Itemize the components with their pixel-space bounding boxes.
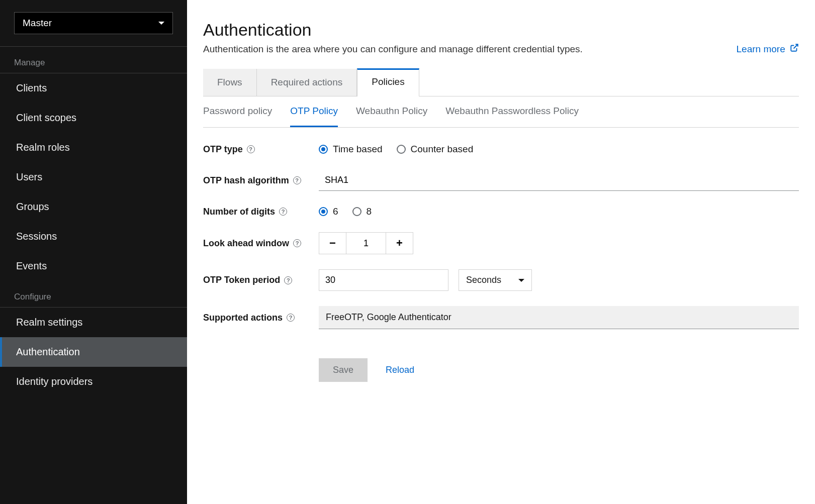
token-period-input[interactable] (319, 269, 448, 291)
row-supported-actions: Supported actions ? FreeOTP, Google Auth… (203, 306, 799, 329)
radio-icon (397, 145, 406, 154)
realm-selector[interactable]: Master (14, 12, 173, 34)
subtab-webauthn-passwordless[interactable]: Webauthn Passwordless Policy (445, 96, 579, 127)
help-icon[interactable]: ? (284, 276, 292, 284)
label-hash-algo: OTP hash algorithm (203, 175, 289, 186)
reload-button[interactable]: Reload (386, 365, 414, 375)
minus-icon: − (329, 237, 336, 250)
hash-algo-select[interactable] (319, 170, 799, 191)
radio-digits-6[interactable]: 6 (319, 206, 338, 217)
radio-digits-8[interactable]: 8 (352, 206, 372, 217)
page-title: Authentication (203, 20, 583, 40)
subtab-otp-policy[interactable]: OTP Policy (290, 96, 338, 127)
learn-more-link[interactable]: Learn more (737, 43, 799, 55)
label-supported-actions: Supported actions (203, 313, 283, 323)
label-otp-type: OTP type (203, 144, 243, 155)
supported-actions-value: FreeOTP, Google Authenticator (319, 306, 799, 329)
row-look-ahead: Look ahead window ? − + (203, 232, 799, 254)
tab-policies[interactable]: Policies (357, 68, 419, 96)
unit-label: Seconds (466, 275, 501, 285)
chevron-down-icon (158, 22, 164, 25)
nav-section-manage: Manage (0, 47, 187, 73)
row-otp-type: OTP type ? Time based Counter based (203, 144, 799, 155)
tabs-secondary: Password policy OTP Policy Webauthn Poli… (203, 96, 799, 128)
chevron-down-icon (518, 279, 524, 282)
sidebar-item-realm-settings[interactable]: Realm settings (0, 308, 187, 337)
label-digits: Number of digits (203, 207, 275, 217)
stepper-minus-button[interactable]: − (319, 233, 346, 254)
sidebar-item-events[interactable]: Events (0, 251, 187, 281)
learn-more-label: Learn more (737, 44, 785, 54)
page-header: Authentication Authentication is the are… (203, 20, 799, 55)
sidebar-item-authentication[interactable]: Authentication (0, 337, 187, 367)
radio-label: Time based (333, 144, 383, 155)
form-actions: Save Reload (319, 358, 799, 382)
page-description: Authentication is the area where you can… (203, 44, 583, 55)
tab-flows[interactable]: Flows (203, 69, 257, 96)
plus-icon: + (396, 237, 403, 250)
row-hash-algo: OTP hash algorithm ? (203, 170, 799, 191)
look-ahead-input[interactable] (346, 233, 386, 254)
stepper-plus-button[interactable]: + (386, 233, 413, 254)
save-button[interactable]: Save (319, 358, 368, 382)
realm-selector-label: Master (23, 18, 52, 29)
tab-required-actions[interactable]: Required actions (257, 69, 357, 96)
sidebar-item-sessions[interactable]: Sessions (0, 222, 187, 251)
sidebar-item-groups[interactable]: Groups (0, 192, 187, 222)
label-token-period: OTP Token period (203, 275, 280, 285)
help-icon[interactable]: ? (247, 145, 255, 153)
token-period-unit-select[interactable]: Seconds (459, 269, 532, 291)
look-ahead-stepper: − + (319, 232, 413, 254)
row-token-period: OTP Token period ? Seconds (203, 269, 799, 291)
row-digits: Number of digits ? 6 8 (203, 206, 799, 217)
sidebar-item-realm-roles[interactable]: Realm roles (0, 133, 187, 162)
help-icon[interactable]: ? (279, 208, 287, 216)
radio-counter-based[interactable]: Counter based (397, 144, 474, 155)
sidebar-item-clients[interactable]: Clients (0, 73, 187, 103)
main-content: Authentication Authentication is the are… (187, 0, 815, 504)
sidebar-item-identity-providers[interactable]: Identity providers (0, 367, 187, 396)
radio-icon (319, 145, 328, 154)
radio-label: 6 (333, 206, 338, 217)
sidebar-item-users[interactable]: Users (0, 162, 187, 192)
radio-icon (319, 207, 328, 216)
label-look-ahead: Look ahead window (203, 238, 289, 249)
help-icon[interactable]: ? (293, 239, 301, 247)
nav-section-configure: Configure (0, 281, 187, 307)
external-link-icon (790, 43, 799, 55)
sidebar-item-client-scopes[interactable]: Client scopes (0, 103, 187, 133)
radio-label: 8 (367, 206, 372, 217)
help-icon[interactable]: ? (287, 314, 295, 322)
help-icon[interactable]: ? (293, 176, 301, 184)
radio-time-based[interactable]: Time based (319, 144, 383, 155)
subtab-password-policy[interactable]: Password policy (203, 96, 272, 127)
svg-line-0 (794, 44, 798, 48)
subtab-webauthn-policy[interactable]: Webauthn Policy (356, 96, 427, 127)
radio-icon (352, 207, 361, 216)
tabs-primary: Flows Required actions Policies (203, 69, 799, 96)
radio-label: Counter based (411, 144, 474, 155)
sidebar: Master Manage Clients Client scopes Real… (0, 0, 187, 504)
